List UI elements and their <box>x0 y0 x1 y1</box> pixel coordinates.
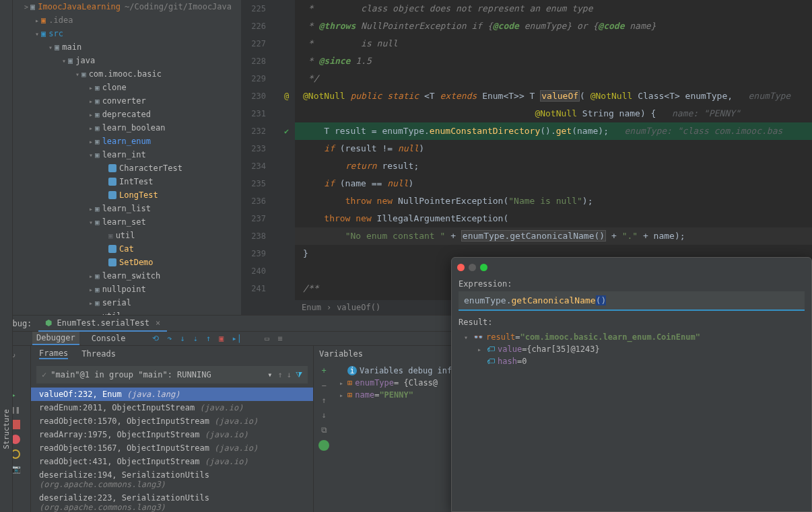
tree-item[interactable]: Cat <box>13 242 241 256</box>
tree-item[interactable]: ▸▣serial <box>13 296 241 309</box>
tree-item[interactable]: ▸▣converter <box>13 94 241 108</box>
thread-label: "main"@1 in group "main": RUNNING <box>50 370 211 379</box>
frames-tab[interactable]: Frames <box>39 349 68 359</box>
glasses-icon[interactable] <box>318 440 329 451</box>
filter-icon[interactable]: ⧩ <box>296 370 302 379</box>
frames-list[interactable]: valueOf:232, Enum (java.lang)readEnum:20… <box>31 388 313 512</box>
evaluate-expression-popup[interactable]: Expression: enumType.getCanonicalName() … <box>451 257 812 512</box>
result-tree[interactable]: ▾👓result = "com.imooc.basic.learn_enum.C… <box>459 331 805 367</box>
up-icon[interactable]: ↑ <box>321 396 326 405</box>
tree-item[interactable]: LongTest <box>13 188 241 202</box>
tree-item[interactable]: ▾▣java <box>13 54 241 67</box>
tree-item[interactable]: IntTest <box>13 175 241 188</box>
tree-item[interactable]: ▾▣main <box>13 40 241 54</box>
tree-item[interactable]: ▸▣learn_list <box>13 202 241 215</box>
tree-item[interactable]: ▸▣learn_boolean <box>13 121 241 135</box>
tree-item[interactable]: ▸▣.idea <box>13 13 241 27</box>
tree-root[interactable]: > ▣ ImoocJavaLearning ~/Coding/git/Imooc… <box>13 0 241 13</box>
stack-frame[interactable]: deserialize:223, SerializationUtils (org… <box>31 491 313 512</box>
tree-item[interactable]: ▾▣learn_set <box>13 215 241 229</box>
next-frame-icon[interactable]: ↓ <box>287 370 292 379</box>
gutter-icon[interactable] <box>1 1 11 11</box>
threads-tab[interactable]: Threads <box>81 349 116 359</box>
frames-panel: Frames Threads ✓ "main"@1 in group "main… <box>31 346 314 512</box>
tree-item[interactable]: ▸▣util <box>13 309 241 315</box>
tree-item[interactable]: ▸▣learn_switch <box>13 269 241 283</box>
tree-item[interactable]: SetDemo <box>13 256 241 269</box>
step-icon[interactable]: ⟲ <box>152 334 159 343</box>
prev-frame-icon[interactable]: ↑ <box>278 370 283 379</box>
tree-item[interactable]: ▣util <box>13 229 241 242</box>
step-over-icon[interactable]: ↷ <box>167 334 172 343</box>
debug-config-tab[interactable]: ⬢ EnumTest.serialTest × <box>38 316 167 332</box>
eval-icon[interactable]: ▭ <box>265 334 269 343</box>
info-icon: i <box>347 366 357 375</box>
more-icon[interactable]: ≡ <box>277 334 282 343</box>
add-watch-icon[interactable]: + <box>321 366 326 375</box>
debug-config-label: EnumTest.serialTest <box>57 318 149 328</box>
left-bottom-gutter: Structure <box>0 315 13 512</box>
tree-item[interactable]: ▸▣clone <box>13 81 241 94</box>
result-label: Result: <box>459 318 805 327</box>
structure-tool-button[interactable]: Structure <box>2 409 11 449</box>
expression-input[interactable]: enumType.getCanonicalName() <box>459 291 805 311</box>
tree-item[interactable]: ▾▣learn_int <box>13 148 241 161</box>
tree-item[interactable]: ▸▣learn_enum <box>13 135 241 148</box>
chevron-right-icon: › <box>327 303 331 312</box>
stack-frame[interactable]: readEnum:2011, ObjectInputStream (java.i… <box>31 401 313 414</box>
stack-frame[interactable]: readObject:431, ObjectInputStream (java.… <box>31 455 313 468</box>
down-icon[interactable]: ↓ <box>321 410 326 420</box>
expression-label: Expression: <box>459 279 805 289</box>
result-row[interactable]: ▾👓result = "com.imooc.basic.learn_enum.C… <box>459 331 805 343</box>
run-cursor-icon[interactable]: ▸| <box>232 334 242 343</box>
stack-frame[interactable]: valueOf:232, Enum (java.lang) <box>31 388 313 401</box>
force-step-icon[interactable]: ⇣ <box>193 334 198 343</box>
tree-item[interactable]: ▸▣deprecated <box>13 108 241 121</box>
maximize-window-icon[interactable] <box>480 264 487 271</box>
tree-label: ImoocJavaLearning <box>38 2 121 11</box>
drop-frame-icon[interactable]: ▣ <box>219 334 224 343</box>
step-out-icon[interactable]: ↑ <box>206 334 211 343</box>
close-icon[interactable]: × <box>156 318 160 328</box>
result-row[interactable]: 🏷hash = 0 <box>459 355 805 367</box>
stack-frame[interactable]: readObject0:1570, ObjectInputStream (jav… <box>31 414 313 428</box>
debugger-tab[interactable]: Debugger <box>32 332 79 345</box>
tree-item[interactable]: ▸▣nullpoint <box>13 283 241 296</box>
stack-frame[interactable]: deserialize:194, SerializationUtils (org… <box>31 468 313 491</box>
vars-toolbar: + − ↑ ↓ ⧉ <box>314 362 334 512</box>
copy-icon[interactable]: ⧉ <box>321 425 327 435</box>
line-gutter: 2252262272282292302312322332342352362372… <box>241 0 278 315</box>
left-tool-gutter <box>0 0 13 315</box>
tree-item[interactable]: CharacterTest <box>13 161 241 175</box>
tree-item[interactable]: ▾▣src <box>13 27 241 40</box>
stack-frame[interactable]: readArray:1975, ObjectInputStream (java.… <box>31 428 313 441</box>
minimize-window-icon[interactable] <box>469 264 476 271</box>
window-controls[interactable] <box>457 264 487 271</box>
tree-item[interactable]: ▾▣com.imooc.basic <box>13 67 241 81</box>
tree-path: ~/Coding/git/ImoocJava <box>125 2 232 11</box>
step-into-icon[interactable]: ↓ <box>180 334 185 343</box>
console-tab[interactable]: Console <box>88 332 130 344</box>
breadcrumb-item[interactable]: valueOf() <box>337 303 380 312</box>
result-row[interactable]: ▸🏷value = {char[35]@1243} <box>459 343 805 355</box>
folder-icon: ▣ <box>30 2 35 11</box>
stack-frame[interactable]: readObject0:1567, ObjectInputStream (jav… <box>31 441 313 455</box>
dropdown-icon[interactable]: ▾ <box>267 370 272 379</box>
close-window-icon[interactable] <box>457 264 465 271</box>
marker-gutter: @ ✔ <box>278 0 295 315</box>
breadcrumb-item[interactable]: Enum <box>302 303 321 312</box>
vars-info-label: Variables debug info <box>360 366 457 375</box>
project-tree[interactable]: > ▣ ImoocJavaLearning ~/Coding/git/Imooc… <box>13 0 241 315</box>
thread-selector[interactable]: ✓ "main"@1 in group "main": RUNNING ▾ ↑ … <box>36 366 308 383</box>
remove-watch-icon[interactable]: − <box>321 381 326 390</box>
